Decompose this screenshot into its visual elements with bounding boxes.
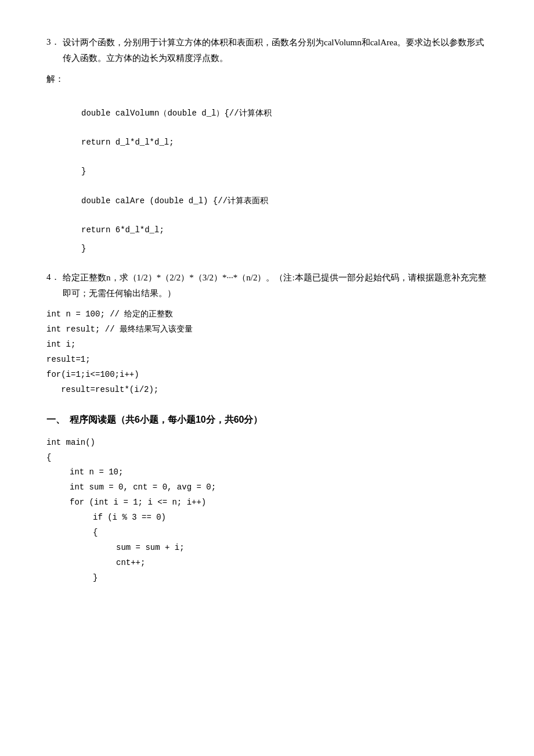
section-1-title: 程序阅读题（共6小题，每小题10分，共60分） — [70, 412, 263, 427]
code-line-3-5: } — [81, 167, 86, 176]
main-line-3: int n = 10; — [46, 465, 488, 480]
code-4-2: int result; // 最终结果写入该变量 — [46, 325, 193, 334]
section-1-header: 一、 程序阅读题（共6小题，每小题10分，共60分） — [46, 412, 488, 427]
question-4-section: 4． 给定正整数n，求（1/2）*（2/2）*（3/2）*···*（n/2）。（… — [46, 270, 488, 397]
main-line-7: { — [46, 525, 488, 541]
question-3: 3． 设计两个函数，分别用于计算立方体的体积和表面积，函数名分别为calVolu… — [46, 35, 488, 66]
question-4-text: 给定正整数n，求（1/2）*（2/2）*（3/2）*···*（n/2）。（注:本… — [63, 270, 488, 301]
main-line-1: int main() — [46, 435, 488, 451]
code-line-3-1: double calVolumn（double d_l）{//计算体积 — [81, 109, 272, 118]
question-3-text: 设计两个函数，分别用于计算立方体的体积和表面积，函数名分别为calVolumn和… — [63, 35, 488, 66]
question-3-num: 3． — [46, 35, 63, 66]
code-line-3-7: double calAre (double d_l) {//计算表面积 — [81, 196, 268, 206]
section-1-prefix: 一、 — [46, 412, 65, 427]
code-line-3-9: return 6*d_l*d_l; — [81, 225, 164, 235]
question-3-section: 3． 设计两个函数，分别用于计算立方体的体积和表面积，函数名分别为calVolu… — [46, 35, 488, 256]
code-block-4: int n = 100; // 给定的正整数 int result; // 最终… — [46, 307, 488, 397]
question-4: 4． 给定正整数n，求（1/2）*（2/2）*（3/2）*···*（n/2）。（… — [46, 270, 488, 301]
question-4-num: 4． — [46, 270, 63, 301]
main-line-10: } — [46, 571, 488, 586]
code-4-6: result=result*(i/2); — [46, 385, 158, 394]
main-line-4: int sum = 0, cnt = 0, avg = 0; — [46, 480, 488, 495]
main-line-5: for (int i = 1; i <= n; i++) — [46, 495, 488, 510]
main-line-8: sum = sum + i; — [46, 541, 488, 556]
answer-label-3: 解： — [46, 72, 488, 87]
code-4-3: int i; — [46, 340, 75, 349]
main-code-block: int main() { int n = 10; int sum = 0, cn… — [46, 435, 488, 586]
main-line-2: { — [46, 451, 488, 466]
closing-brace-3: } — [81, 242, 488, 256]
code-4-4: result=1; — [46, 355, 91, 364]
main-line-9: cnt++; — [46, 556, 488, 571]
code-block-3: double calVolumn（double d_l）{//计算体积 retu… — [81, 92, 488, 238]
code-4-5: for(i=1;i<=100;i++) — [46, 370, 139, 379]
code-line-3-3: return d_l*d_l*d_l; — [81, 138, 174, 147]
code-4-1: int n = 100; // 给定的正整数 — [46, 309, 173, 319]
main-line-6: if (i % 3 == 0) — [46, 510, 488, 525]
